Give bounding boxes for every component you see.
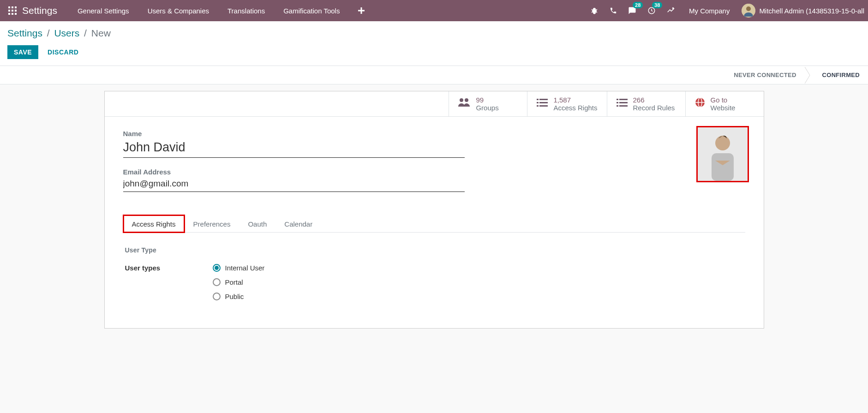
svg-rect-0 (8, 6, 10, 8)
stat-groups-lbl: Groups (476, 104, 498, 112)
svg-rect-17 (539, 99, 548, 100)
stat-groups-num: 99 (476, 96, 498, 104)
breadcrumb-settings[interactable]: Settings (7, 28, 42, 38)
radio-public[interactable]: Public (213, 293, 265, 300)
nav-gamification[interactable]: Gamification Tools (274, 0, 349, 21)
avatar (742, 4, 755, 18)
svg-rect-27 (619, 105, 628, 107)
discard-button[interactable]: DISCARD (41, 45, 85, 59)
stat-access-rights[interactable]: 1,587 Access Rights (527, 91, 606, 116)
svg-rect-7 (12, 13, 13, 15)
users-icon (458, 97, 470, 110)
stat-website[interactable]: Go to Website (685, 91, 764, 116)
nav-translations[interactable]: Translations (218, 0, 274, 21)
stat-website-l1: Go to (711, 96, 736, 104)
radio-portal[interactable]: Portal (213, 278, 265, 286)
status-arrow-icon (805, 66, 814, 84)
user-photo[interactable] (696, 126, 749, 182)
svg-rect-19 (539, 102, 548, 103)
svg-rect-24 (617, 102, 618, 103)
svg-point-13 (746, 6, 751, 11)
activities-icon[interactable]: 38 (642, 0, 661, 21)
svg-rect-22 (617, 99, 618, 100)
top-navbar: Settings General Settings Users & Compan… (0, 0, 868, 21)
nav-users-companies[interactable]: Users & Companies (138, 0, 218, 21)
tab-calendar[interactable]: Calendar (275, 215, 321, 233)
cp-buttons: SAVE DISCARD (0, 42, 868, 66)
svg-rect-8 (15, 13, 17, 15)
radio-internal-user[interactable]: Internal User (213, 264, 265, 272)
activities-badge: 38 (652, 2, 662, 8)
section-user-type: User Type (125, 246, 743, 254)
radio-portal-label: Portal (225, 278, 243, 286)
user-name: Mitchell Admin (14385319-15-0-all (759, 7, 864, 15)
radio-public-label: Public (225, 293, 244, 300)
user-types-row: User types Internal User Portal Publi (125, 264, 743, 300)
list-icon (537, 98, 548, 110)
form-body: Name Email Address Access Rights Prefere… (105, 117, 764, 328)
radio-circle-icon (213, 278, 221, 286)
svg-rect-18 (537, 102, 539, 103)
company-name[interactable]: My Company (681, 7, 738, 15)
save-button[interactable]: SAVE (7, 45, 38, 59)
name-label: Name (123, 130, 745, 138)
tab-content: User Type User types Internal User Porta… (123, 233, 745, 319)
svg-rect-23 (619, 99, 628, 100)
breadcrumb-users[interactable]: Users (54, 28, 79, 38)
tab-access-rights[interactable]: Access Rights (123, 215, 185, 233)
tab-preferences[interactable]: Preferences (185, 215, 239, 233)
stat-access-num: 1,587 (553, 96, 597, 104)
tab-oauth[interactable]: Oauth (239, 215, 275, 233)
nav-plus-icon[interactable] (349, 0, 374, 21)
stat-buttons-row: 99 Groups 1,587 Access Rights 266 (105, 91, 764, 117)
nav-menu: General Settings Users & Companies Trans… (68, 0, 374, 21)
svg-point-14 (460, 98, 463, 102)
list-icon (617, 98, 628, 110)
tools-icon[interactable] (661, 0, 681, 21)
stat-record-rules[interactable]: 266 Record Rules (607, 91, 685, 116)
radio-circle-icon (213, 293, 221, 300)
user-types-options: Internal User Portal Public (213, 264, 265, 300)
phone-icon[interactable] (604, 0, 623, 21)
messages-badge: 28 (633, 2, 643, 8)
svg-rect-16 (537, 99, 539, 100)
field-email: Email Address (123, 168, 745, 192)
nav-right: 28 38 My Company Mitchell Admin (1438531… (585, 0, 868, 21)
svg-rect-6 (8, 13, 10, 15)
svg-point-15 (465, 98, 468, 102)
user-types-label: User types (125, 264, 213, 272)
svg-rect-4 (12, 10, 13, 12)
svg-point-32 (715, 136, 730, 150)
svg-rect-10 (358, 10, 365, 12)
svg-rect-26 (617, 105, 618, 107)
stat-rules-lbl: Record Rules (633, 104, 675, 112)
stat-website-l2: Website (711, 104, 736, 112)
svg-rect-3 (8, 10, 10, 12)
stat-rules-num: 266 (633, 96, 675, 104)
form-container: 99 Groups 1,587 Access Rights 266 (104, 84, 764, 329)
svg-rect-33 (712, 153, 734, 181)
status-confirmed[interactable]: CONFIRMED (814, 66, 868, 84)
breadcrumb: Settings / Users / New (0, 21, 868, 42)
breadcrumb-current: New (91, 28, 111, 38)
name-input[interactable] (123, 138, 465, 158)
stat-groups[interactable]: 99 Groups (449, 91, 527, 116)
svg-rect-1 (12, 6, 13, 8)
stat-access-lbl: Access Rights (553, 104, 597, 112)
user-menu[interactable]: Mitchell Admin (14385319-15-0-all (738, 4, 868, 18)
apps-icon[interactable] (0, 6, 22, 15)
globe-icon (695, 97, 705, 110)
radio-internal-label: Internal User (225, 264, 265, 272)
svg-rect-2 (15, 6, 17, 8)
app-title[interactable]: Settings (22, 5, 68, 16)
bug-icon[interactable] (585, 0, 604, 21)
svg-rect-25 (619, 102, 628, 103)
form-sheet: 99 Groups 1,587 Access Rights 266 (104, 91, 764, 329)
status-never-connected[interactable]: NEVER CONNECTED (725, 66, 804, 84)
email-input[interactable] (123, 177, 465, 192)
messages-icon[interactable]: 28 (623, 0, 642, 21)
nav-general-settings[interactable]: General Settings (68, 0, 138, 21)
control-panel: Settings / Users / New SAVE DISCARD (0, 21, 868, 66)
statusbar: NEVER CONNECTED CONFIRMED (0, 66, 868, 84)
email-label: Email Address (123, 168, 745, 176)
